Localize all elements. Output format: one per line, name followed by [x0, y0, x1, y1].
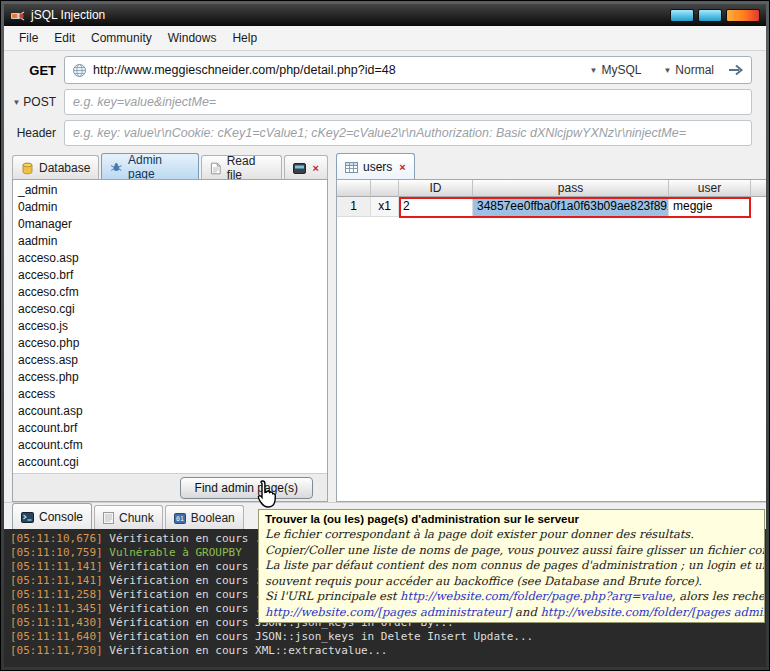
url-field: ▼MySQL ▼Normal — [64, 56, 752, 84]
pass-cell[interactable]: 34857ee0ffba0f1a0f63b09ae823f891 — [473, 197, 669, 217]
row-x-cell[interactable]: x1 — [371, 197, 399, 217]
admin-page-list[interactable]: _admin0admin0manageraadminacceso.aspacce… — [13, 180, 327, 473]
tooltip-line: souvent requis pour accéder au backoffic… — [265, 574, 758, 590]
window-title: jSQL Injection — [31, 8, 105, 22]
tab-users[interactable]: users × — [336, 153, 415, 179]
file-icon — [210, 162, 222, 175]
list-item[interactable]: acceso.cgi — [13, 301, 327, 318]
tooltip-line: Le fichier correspondant à la page doit … — [265, 527, 758, 543]
menu-bar: FileEditCommunityWindowsHelp — [4, 26, 766, 51]
users-table: ID pass user 1 x1 2 34857ee0ffba0f1a0f63… — [337, 180, 766, 217]
tooltip-lines: Le fichier correspondant à la page doit … — [265, 527, 758, 620]
list-item[interactable]: account.cgi — [13, 454, 327, 471]
post-label: ▼POST — [12, 95, 64, 109]
strategy-select[interactable]: ▼Normal — [655, 57, 722, 83]
tooltip-title: Trouver la (ou les) page(s) d'administra… — [265, 513, 758, 525]
menu-item-community[interactable]: Community — [84, 28, 159, 48]
admin-button-bar: Find admin page(s) — [13, 473, 327, 501]
list-item[interactable]: account.asp — [13, 403, 327, 420]
tooltip-line: La liste par défaut contient des nom con… — [265, 558, 758, 574]
tab-admin-page[interactable]: Admin page — [101, 153, 199, 179]
id-cell[interactable]: 2 — [399, 197, 473, 217]
close-button[interactable] — [726, 9, 760, 22]
list-item[interactable]: 0admin — [13, 199, 327, 216]
console-line: [05:11:11,640] Vérification en cours JSO… — [10, 630, 766, 644]
tooltip-link: http://website.com/[pages administrateur… — [265, 605, 511, 619]
column-header-pass[interactable]: pass — [473, 180, 669, 197]
scan-icon — [293, 163, 306, 174]
list-item[interactable]: acceso.php — [13, 335, 327, 352]
list-item[interactable]: access.php — [13, 369, 327, 386]
close-icon[interactable]: × — [313, 162, 319, 174]
tab-read-file[interactable]: Read file — [201, 155, 282, 179]
column-header-filler — [751, 180, 766, 197]
console-line: [05:11:11,730] Vérification en cours XML… — [10, 644, 766, 658]
chevron-down-icon: ▼ — [12, 98, 20, 107]
tooltip-line: http://website.com/[pages administrateur… — [265, 605, 758, 621]
list-item[interactable]: acceso.brf — [13, 267, 327, 284]
tab-console[interactable]: Console — [12, 503, 92, 529]
find-admin-button[interactable]: Find admin page(s) — [180, 477, 313, 499]
list-item[interactable]: _admin — [13, 182, 327, 199]
row-number-cell: 1 — [337, 197, 371, 217]
console-icon — [21, 512, 34, 523]
column-header-rownum — [337, 180, 371, 197]
chevron-down-icon: ▼ — [663, 66, 671, 75]
globe-icon — [72, 63, 87, 78]
list-item[interactable]: access — [13, 386, 327, 403]
tab-scan[interactable]: × — [284, 155, 328, 179]
tooltip-line: Si l'URL principale est http://website.c… — [265, 589, 758, 605]
database-icon — [21, 162, 34, 175]
tab-boolean[interactable]: 01 Boolean — [165, 505, 244, 529]
chunk-icon — [103, 512, 114, 524]
tooltip-line: Copier/Coller une liste de noms de page,… — [265, 543, 758, 559]
list-item[interactable]: acceso.cfm — [13, 284, 327, 301]
list-item[interactable]: acceso.asp — [13, 250, 327, 267]
menu-item-help[interactable]: Help — [225, 28, 264, 48]
users-table-panel: ID pass user 1 x1 2 34857ee0ffba0f1a0f63… — [336, 179, 766, 502]
column-header-id[interactable]: ID — [399, 180, 473, 197]
header-field — [64, 120, 752, 146]
svg-text:01: 01 — [176, 515, 184, 523]
post-field — [64, 89, 752, 115]
title-bar: jSQL Injection — [4, 4, 766, 26]
main-tab-strip: Database Admin page Read file × — [4, 152, 766, 179]
list-item[interactable]: access.asp — [13, 352, 327, 369]
menu-item-edit[interactable]: Edit — [47, 28, 82, 48]
admin-page-panel: _admin0admin0manageraadminacceso.aspacce… — [12, 179, 328, 502]
user-cell[interactable]: meggie — [669, 197, 751, 217]
close-icon[interactable]: × — [399, 161, 405, 173]
list-item[interactable]: account.cfm — [13, 437, 327, 454]
get-label: GET — [12, 63, 64, 78]
app-logo-icon — [10, 8, 25, 23]
minimize-button[interactable] — [670, 9, 694, 22]
app-window: jSQL Injection FileEditCommunityWindowsH… — [0, 0, 770, 671]
table-icon — [345, 162, 358, 173]
column-header-user[interactable]: user — [669, 180, 751, 197]
header-input[interactable] — [73, 126, 743, 140]
post-input[interactable] — [73, 95, 743, 109]
chevron-down-icon: ▼ — [589, 66, 597, 75]
list-item[interactable]: 0manager — [13, 216, 327, 233]
start-injection-arrow-button[interactable] — [728, 64, 744, 76]
table-row: 1 x1 2 34857ee0ffba0f1a0f63b09ae823f891 … — [337, 197, 766, 217]
boolean-icon: 01 — [174, 513, 186, 524]
database-vendor-select[interactable]: ▼MySQL — [581, 57, 649, 83]
request-form: GET ▼MySQL ▼Normal ▼POST Header — [4, 51, 766, 152]
menu-item-file[interactable]: File — [12, 28, 45, 48]
hand-cursor-icon — [253, 479, 279, 511]
tab-database[interactable]: Database — [12, 155, 99, 179]
menu-item-windows[interactable]: Windows — [161, 28, 224, 48]
list-item[interactable]: aadmin — [13, 233, 327, 250]
list-item[interactable]: acceso.js — [13, 318, 327, 335]
tooltip-link: http://website.com/folder/page.php?arg=v… — [400, 589, 672, 603]
tab-chunk[interactable]: Chunk — [94, 505, 163, 529]
tooltip-link: http://website.com/folder/[pages adminis… — [540, 605, 765, 619]
column-header-x — [371, 180, 399, 197]
spider-icon — [110, 161, 123, 174]
header-label: Header — [12, 126, 64, 140]
tooltip: Trouver la (ou les) page(s) d'administra… — [258, 509, 765, 623]
list-item[interactable]: account.brf — [13, 420, 327, 437]
maximize-button[interactable] — [698, 9, 722, 22]
url-input[interactable] — [93, 63, 575, 77]
